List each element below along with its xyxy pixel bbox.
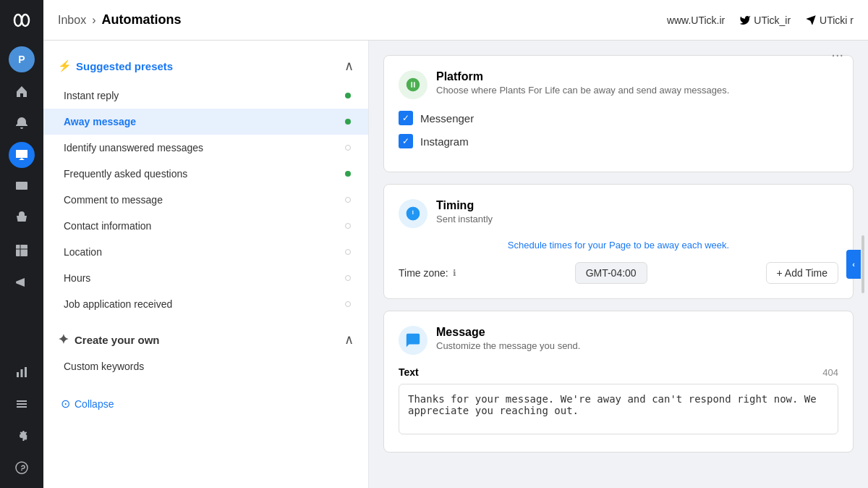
char-count: 404	[822, 367, 838, 378]
text-label-row: Text 404	[399, 366, 838, 378]
brand-url: www.UTick.ir	[667, 14, 725, 26]
platform-card-icon	[399, 70, 427, 99]
add-time-button[interactable]: + Add Time	[766, 262, 838, 284]
message-card-title: Message	[436, 326, 580, 339]
section-chevron-up[interactable]: ∧	[344, 58, 354, 74]
timing-card-title: Timing	[436, 199, 493, 212]
text-label: Text	[399, 366, 419, 378]
sidebar-item-faq[interactable]: Frequently asked questions	[43, 161, 368, 187]
telegram-handle: UTicki r	[805, 14, 854, 26]
svg-rect-3	[16, 245, 27, 256]
status-dot-faq	[345, 171, 351, 177]
status-dot-instant-reply	[345, 93, 351, 98]
bell-icon[interactable]	[9, 110, 35, 136]
instagram-label: Instagram	[420, 135, 469, 148]
suggested-presets-title: ⚡ Suggested presets	[58, 59, 173, 72]
timing-card-header: Timing Sent instantly	[399, 199, 838, 228]
status-dot-location	[345, 249, 351, 255]
create-your-own-title: ✦ Create your own	[58, 332, 160, 348]
message-card: Message Customize the message you send. …	[383, 311, 854, 453]
more-options-icon[interactable]: ···	[828, 43, 846, 65]
svg-rect-8	[17, 400, 27, 402]
timing-card: Timing Sent instantly Schedule times for…	[383, 184, 854, 299]
timezone-info-icon[interactable]: ℹ	[453, 268, 456, 278]
messenger-checkbox[interactable]: ✓	[399, 111, 413, 125]
megaphone-icon[interactable]	[9, 269, 35, 295]
sidebar-item-comment[interactable]: Comment to message	[43, 187, 368, 213]
timezone-row: Time zone: ℹ GMT-04:00 + Add Time	[399, 262, 838, 284]
gear-icon[interactable]	[9, 423, 35, 449]
instagram-checkbox-row: ✓ Instagram	[399, 134, 838, 148]
svg-rect-2	[16, 182, 27, 190]
sidebar-item-identify-unanswered[interactable]: Identify unanswered messages	[43, 135, 368, 161]
sidebar-item-job[interactable]: Job application received	[43, 291, 368, 317]
status-dot-job	[345, 301, 351, 307]
svg-point-4	[16, 281, 19, 284]
status-dot-contact	[345, 223, 351, 229]
sidebar-item-location[interactable]: Location	[43, 239, 368, 265]
status-dot-hours	[345, 275, 351, 281]
message-textarea[interactable]	[399, 384, 838, 434]
timing-card-icon	[399, 199, 427, 228]
lines-icon[interactable]	[9, 391, 35, 417]
check-icon: ✓	[402, 113, 409, 123]
header-right: www.UTick.ir UTick_ir UTicki r	[667, 14, 854, 26]
meta-logo-icon	[9, 7, 35, 33]
left-panel: ⚡ Suggested presets ∧ Instant reply Away…	[43, 41, 369, 488]
side-collapse-tab[interactable]: ‹	[846, 250, 861, 279]
sidebar-item-away-message[interactable]: Away message	[43, 109, 368, 135]
sidebar-item-instant-reply[interactable]: Instant reply	[43, 83, 368, 109]
svg-rect-5	[17, 372, 19, 377]
timezone-label: Time zone: ℹ	[399, 267, 456, 279]
create-chevron-up[interactable]: ∧	[344, 332, 354, 348]
home-icon[interactable]	[9, 78, 35, 104]
breadcrumb-inbox[interactable]: Inbox	[58, 14, 86, 27]
message-card-subtitle: Customize the message you send.	[436, 340, 580, 351]
bolt-icon: ⚡	[58, 59, 72, 72]
status-dot-away-message	[345, 119, 351, 125]
sidebar-item-contact[interactable]: Contact information	[43, 213, 368, 239]
check-icon-2: ✓	[402, 136, 409, 146]
status-dot-comment	[345, 197, 351, 203]
svg-point-11	[16, 462, 27, 474]
chart-icon[interactable]	[9, 359, 35, 385]
twitter-handle: UTick_ir	[739, 14, 791, 26]
platform-card-subtitle: Choose where Plants For Life can be away…	[436, 85, 729, 96]
scrollbar[interactable]	[861, 41, 865, 488]
breadcrumb-separator: ›	[92, 14, 95, 27]
create-your-own-header: ✦ Create your own ∧	[43, 323, 368, 353]
messenger-checkbox-row: ✓ Messenger	[399, 111, 838, 125]
icon-sidebar: P	[0, 0, 43, 488]
three-dots-menu[interactable]: ···	[828, 46, 846, 63]
status-dot-identify	[345, 145, 351, 151]
svg-rect-10	[17, 406, 27, 408]
suggested-presets-header: ⚡ Suggested presets ∧	[43, 52, 368, 80]
schedule-link[interactable]: Schedule times for your Page to be away …	[399, 240, 838, 251]
platform-card-header: Platform Choose where Plants For Life ca…	[399, 70, 838, 99]
svg-rect-7	[25, 367, 27, 377]
svg-rect-9	[17, 403, 27, 405]
platform-card: Platform Choose where Plants For Life ca…	[383, 55, 854, 172]
user-avatar[interactable]: P	[9, 46, 35, 72]
help-icon[interactable]	[9, 455, 35, 481]
instagram-checkbox[interactable]: ✓	[399, 134, 413, 148]
breadcrumb-current: Automations	[101, 12, 181, 28]
table-icon[interactable]	[9, 237, 35, 264]
shop-icon[interactable]	[9, 206, 35, 232]
sparkle-icon: ✦	[58, 332, 69, 348]
right-panel: ··· Platform Choose where Plants For Lif…	[369, 41, 868, 488]
sidebar-item-custom-keywords[interactable]: Custom keywords	[43, 353, 368, 379]
top-header: Inbox › Automations www.UTick.ir UTick_i…	[43, 0, 868, 41]
chat-icon[interactable]	[9, 142, 35, 168]
platform-card-title: Platform	[436, 70, 729, 83]
message-card-icon	[399, 326, 427, 355]
breadcrumb: Inbox › Automations	[58, 12, 181, 28]
sidebar-item-hours[interactable]: Hours	[43, 265, 368, 291]
timing-card-subtitle: Sent instantly	[436, 214, 493, 224]
collapse-icon: ⊙	[61, 397, 70, 411]
timezone-value[interactable]: GMT-04:00	[575, 262, 647, 284]
screen-icon[interactable]	[9, 174, 35, 200]
svg-point-0	[14, 14, 22, 26]
collapse-button[interactable]: ⊙ Collapse	[43, 388, 368, 419]
chevron-left-icon: ‹	[852, 260, 855, 269]
